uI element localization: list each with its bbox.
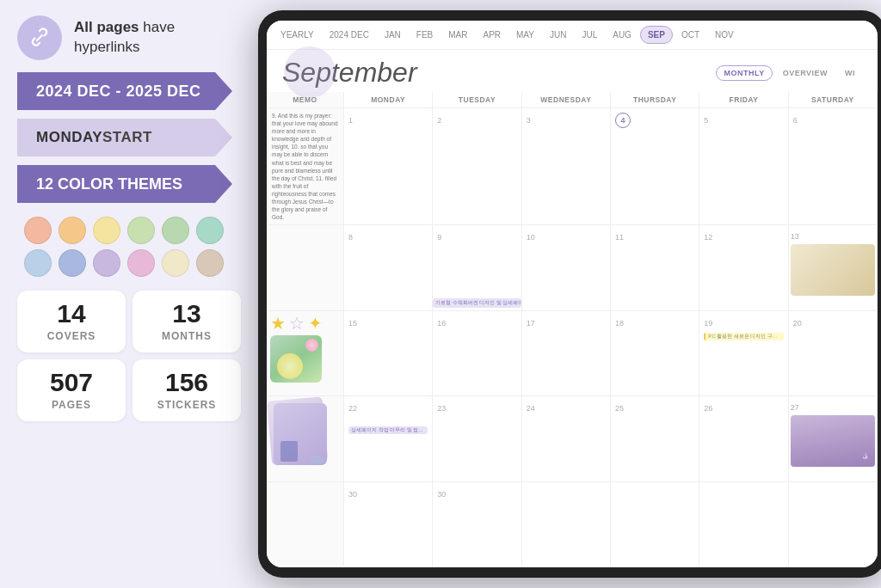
tab-weekly[interactable]: WI [838,66,862,80]
covers-label: COVERS [47,330,96,342]
tab-monthly[interactable]: MONTHLY [716,65,772,81]
pages-number: 507 [50,370,93,395]
month-nav[interactable]: YEARLY 2024 DEC JAN FEB MAR APR MAY JUN … [267,21,878,50]
hyperlinks-label: All pages have hyperlinks [74,18,241,58]
nav-oct[interactable]: OCT [675,27,706,43]
nav-jul[interactable]: JUL [575,27,604,43]
star-stickers: ★ ☆ ✦ [270,315,323,332]
date-range-banner: 2024 DEC - 2025 DEC [17,72,232,110]
event-week2: 가로형 수채화버전 디자인 및 상세페이지 제작 / 업로드까지 끝내기 [433,298,521,308]
cal-cell-22: 22 상세페이지 작업 마무리 및 썸네일 작업 [344,396,433,481]
cal-cell-20: 20 [789,311,878,395]
cal-cell-1: 1 [344,108,433,224]
months-number: 13 [172,301,200,327]
event-pc-design: P.C 활용한 새로운 디자인 구상 시작 [704,333,783,340]
start-day-banner: MONDAY START [17,119,232,156]
swatch-yellow [93,217,120,244]
hyperlinks-section: All pages have hyperlinks [17,15,241,60]
cal-cell-10: 10 [522,225,611,309]
cal-cell-25: 25 [611,396,699,481]
swatch-row-2 [24,249,241,277]
memo-cell-1: 9. And this is my prayer: that your love… [267,108,344,224]
swatch-teal [196,217,224,244]
cal-cell-5: 5 [699,108,788,224]
calendar-header: September MONTHLY OVERVIEW WI [267,50,878,92]
cal-cell-19: 19 P.C 활용한 새로운 디자인 구상 시작 [699,311,788,395]
cal-cell-4: 4 [611,108,699,224]
nav-yearly[interactable]: YEARLY [274,27,321,43]
pages-label: PAGES [52,399,91,411]
col-headers: MEMO MONDAY TUESDAY WEDNESDAY THURSDAY F… [267,92,878,108]
swatch-rose [127,249,155,277]
memo-cell-2 [267,225,344,309]
covers-number: 14 [57,301,85,327]
cal-cell-11: 11 [611,225,699,309]
pants-icon [280,441,298,462]
memo-cell-3: ★ ☆ ✦ [267,311,344,395]
stats-grid: 14 COVERS 13 MONTHS 507 PAGES 156 STICKE… [17,291,241,421]
cal-cell-empty3 [699,482,788,567]
nav-feb[interactable]: FEB [410,27,440,43]
cal-body: 9. And this is my prayer: that your love… [267,108,878,567]
cal-cell-26: 26 [699,396,788,481]
cal-cell-12: 12 [699,225,788,309]
cal-cell-16: 16 [433,311,521,395]
flowers-image [270,335,322,383]
swatch-blue [59,249,86,277]
cal-cell-empty2 [611,482,699,567]
month-title: September [282,57,716,89]
tablet-wrapper: YEARLY 2024 DEC JAN FEB MAR APR MAY JUN … [258,0,881,588]
swatch-light-blue [24,249,52,277]
hyperlinks-bold: All pages [74,19,139,35]
shoe-icon [310,455,323,463]
table-row: ★ ☆ ✦ 15 16 17 18 [267,311,878,396]
col-thursday: THURSDAY [611,92,699,107]
view-tabs: MONTHLY OVERVIEW WI [716,65,862,81]
swatch-green [162,217,189,244]
star-outline-icon: ☆ [289,315,305,332]
nav-aug[interactable]: AUG [606,27,638,43]
months-label: MONTHS [162,330,212,342]
col-friday: FRIDAY [699,92,788,107]
nav-nov[interactable]: NOV [708,27,741,43]
star-icon: ★ [270,315,286,332]
table-row: 8 9 가로형 수채화버전 디자인 및 상세페이지 제작 / 업로드까지 끝내기… [267,225,878,310]
table-row: 22 상세페이지 작업 마무리 및 썸네일 작업 23 24 25 26 27 … [267,396,878,481]
cell-image-books [791,244,875,296]
left-panel: All pages have hyperlinks 2024 DEC - 202… [0,0,258,588]
nav-jan[interactable]: JAN [378,27,408,43]
tablet-screen: YEARLY 2024 DEC JAN FEB MAR APR MAY JUN … [267,21,878,567]
cal-cell-30: 30 [344,482,433,567]
swatch-pink [24,217,52,244]
link-icon [17,15,62,60]
swatch-lavender [93,249,120,277]
swatch-tan [196,249,224,277]
memo-cell-5 [267,482,344,567]
nav-sep[interactable]: SEP [640,26,673,44]
nav-apr[interactable]: APR [476,27,508,43]
table-row: 9. And this is my prayer: that your love… [267,108,878,225]
nav-may[interactable]: MAY [509,27,541,43]
tab-overview[interactable]: OVERVIEW [776,66,835,80]
cal-cell-3: 3 [522,108,611,224]
nav-dec[interactable]: 2024 DEC [323,27,376,43]
stat-months: 13 MONTHS [132,291,241,352]
cal-cell-18: 18 [611,311,699,395]
calendar-grid: MEMO MONDAY TUESDAY WEDNESDAY THURSDAY F… [267,92,878,567]
outfit-image-stack [269,399,330,476]
themes-label: 12 COLOR THEMES [36,175,182,193]
stat-pages: 507 PAGES [17,359,126,421]
start-day-rest: START [102,129,152,146]
cal-cell-15: 15 [344,311,433,395]
memo-cell-4 [267,396,344,481]
color-swatches [17,211,241,279]
cell-image-purple: 𝓈 [791,415,875,467]
start-day-bold: MONDAY [36,129,102,146]
nav-mar[interactable]: MAR [441,27,474,43]
stickers-number: 156 [165,370,208,395]
swatch-light-green [127,217,155,244]
tablet-frame: YEARLY 2024 DEC JAN FEB MAR APR MAY JUN … [258,10,881,578]
cal-cell-empty4 [789,482,878,567]
cal-cell-8: 8 [344,225,433,309]
nav-jun[interactable]: JUN [543,27,573,43]
